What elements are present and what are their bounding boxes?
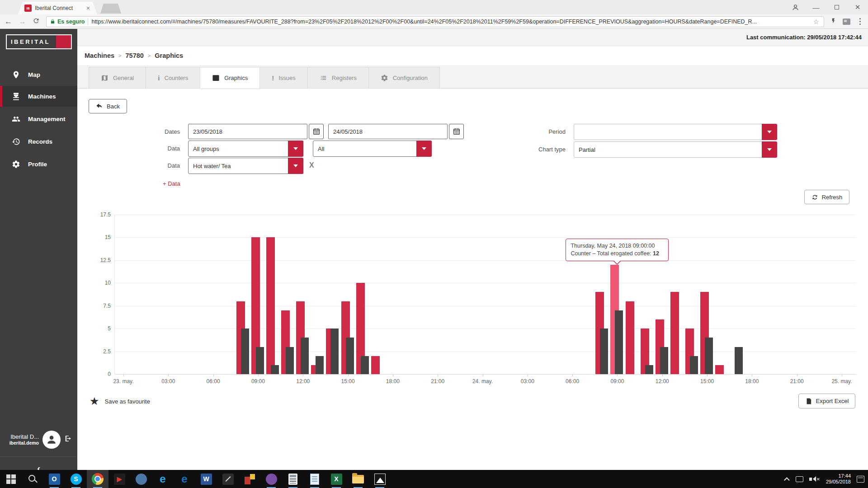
add-data-link[interactable]: + Data [163, 180, 180, 187]
chart-type-label: Chart type [525, 146, 566, 153]
group-select[interactable]: All groups [188, 141, 303, 157]
taskbar-app-round-icon[interactable] [130, 470, 152, 488]
date-to-input[interactable]: 24/05/2018 [328, 124, 448, 139]
breadcrumb-machines[interactable]: Machines [85, 52, 114, 59]
tea-bar[interactable] [330, 328, 339, 374]
taskbar-word-icon[interactable]: W [195, 470, 217, 488]
taskbar-media-player-icon[interactable]: ▶ [108, 470, 130, 488]
tab-counters[interactable]: i Counters [146, 67, 200, 89]
url-bar[interactable]: Es seguro https://www.iberitalconnect.co… [46, 16, 824, 27]
x-axis-tick [752, 374, 752, 376]
remove-data-button[interactable]: X [309, 161, 314, 169]
hidden-icons-chevron[interactable] [784, 477, 790, 483]
tab-graphics[interactable]: Graphics [200, 67, 260, 89]
taskbar-skype-icon[interactable]: S [65, 470, 87, 488]
tea-bar[interactable] [286, 347, 294, 375]
taskbar-chrome-icon[interactable] [87, 470, 108, 488]
date-from-input[interactable]: 23/05/2018 [188, 124, 307, 139]
flash-extension-icon[interactable] [830, 17, 836, 26]
taskbar-notepad-icon[interactable] [304, 470, 326, 488]
avatar[interactable] [42, 431, 61, 449]
taskbar-internet-explorer-icon[interactable]: e [152, 470, 174, 488]
taskbar-excel-icon[interactable]: X [326, 470, 347, 488]
dropdown-arrow-icon[interactable] [762, 141, 777, 158]
taskbar-photos-icon[interactable] [369, 470, 391, 488]
save-favourite[interactable]: ★ Save as favourite [90, 396, 150, 407]
browser-menu-icon[interactable] [857, 18, 864, 25]
status-band: Last communication: 29/05/2018 17:42:44 [77, 29, 868, 46]
tea-bar[interactable] [256, 347, 264, 375]
taskbar-clock[interactable]: 17:44 29/05/2018 [826, 473, 851, 485]
tab-registers[interactable]: Registers [308, 67, 369, 89]
tab-close-icon[interactable]: × [85, 5, 91, 11]
tea-bar[interactable] [705, 338, 713, 374]
date-from-calendar-button[interactable] [309, 124, 324, 139]
bookmark-star-icon[interactable]: ☆ [813, 18, 820, 25]
new-tab-button[interactable] [100, 4, 121, 14]
dropdown-arrow-icon[interactable] [288, 158, 303, 174]
tablet-tray-icon[interactable] [796, 476, 803, 482]
dropdown-arrow-icon[interactable] [762, 124, 777, 140]
extension-icon[interactable] [843, 19, 850, 25]
sidebar-item-map[interactable]: Map [0, 64, 77, 85]
date-to-calendar-button[interactable] [449, 124, 464, 139]
breadcrumb-machine-id[interactable]: 75780 [126, 52, 144, 59]
taskbar-file-explorer-icon[interactable] [347, 470, 369, 488]
coffee-bar[interactable] [371, 356, 380, 374]
coffee-bar[interactable] [266, 237, 275, 374]
sidebar-item-machines[interactable]: Machines [0, 86, 77, 107]
counter-select[interactable]: Hot water/ Tea [188, 158, 303, 174]
taskbar-outlook-icon[interactable]: O [43, 470, 65, 488]
tea-bar[interactable] [271, 365, 279, 374]
reload-icon[interactable] [33, 17, 40, 26]
machine-select[interactable]: All [313, 141, 432, 157]
volume-muted-icon[interactable]: ✕ [809, 476, 820, 482]
tab-issues[interactable]: ! Issues [260, 67, 308, 89]
tea-bar[interactable] [645, 365, 653, 374]
dropdown-arrow-icon[interactable] [416, 141, 432, 157]
taskbar-edge-icon[interactable]: e [174, 470, 195, 488]
logout-icon[interactable] [64, 435, 72, 444]
export-excel-button[interactable]: Export Excel [798, 394, 855, 408]
tea-bar[interactable] [361, 356, 369, 374]
tea-bar[interactable] [241, 328, 249, 374]
tea-bar[interactable] [346, 338, 354, 374]
back-nav-icon[interactable]: ← [5, 18, 12, 25]
tea-bar[interactable] [615, 310, 623, 374]
tea-bar[interactable] [316, 356, 324, 374]
taskbar-search-icon[interactable] [22, 470, 43, 488]
tea-bar[interactable] [600, 328, 608, 374]
coffee-bar[interactable] [626, 301, 634, 374]
profile-icon[interactable] [785, 0, 806, 14]
sidebar-item-profile[interactable]: Profile [0, 154, 77, 174]
taskbar-pen-tool-icon[interactable] [217, 470, 239, 488]
taskbar-calculator-icon[interactable] [282, 470, 304, 488]
tab-configuration[interactable]: Configuration [369, 67, 440, 89]
tea-bar[interactable] [660, 347, 668, 375]
browser-tab[interactable]: IB Iberital Connect × [18, 2, 97, 14]
chart-type-select[interactable]: Partial [574, 141, 777, 158]
refresh-button[interactable]: Refresh [804, 190, 849, 204]
x-axis-tick [797, 374, 797, 376]
dropdown-arrow-icon[interactable] [288, 141, 303, 157]
star-icon[interactable]: ★ [90, 396, 99, 407]
tab-general[interactable]: General [89, 67, 146, 89]
taskbar-color-app-icon[interactable] [239, 470, 260, 488]
bar-chart[interactable]: Thursday, May 24, 2018 09:00:00 Counter … [114, 215, 856, 374]
forward-nav-icon[interactable]: → [19, 18, 26, 25]
close-button[interactable]: ✕ [847, 0, 868, 14]
back-button[interactable]: Back [89, 99, 127, 113]
tea-bar[interactable] [301, 338, 309, 374]
minimize-button[interactable]: — [806, 0, 826, 14]
taskbar-start-icon[interactable] [0, 470, 22, 488]
coffee-bar[interactable] [670, 292, 679, 374]
notification-center-icon[interactable] [857, 476, 864, 483]
tea-bar[interactable] [735, 347, 743, 375]
period-select[interactable] [574, 124, 777, 140]
coffee-bar[interactable] [715, 365, 724, 374]
sidebar-item-records[interactable]: Records [0, 131, 77, 152]
sidebar-item-management[interactable]: Management [0, 108, 77, 129]
tea-bar[interactable] [690, 356, 698, 374]
taskbar-photoshop-icon[interactable] [260, 470, 282, 488]
maximize-button[interactable] [826, 0, 847, 14]
